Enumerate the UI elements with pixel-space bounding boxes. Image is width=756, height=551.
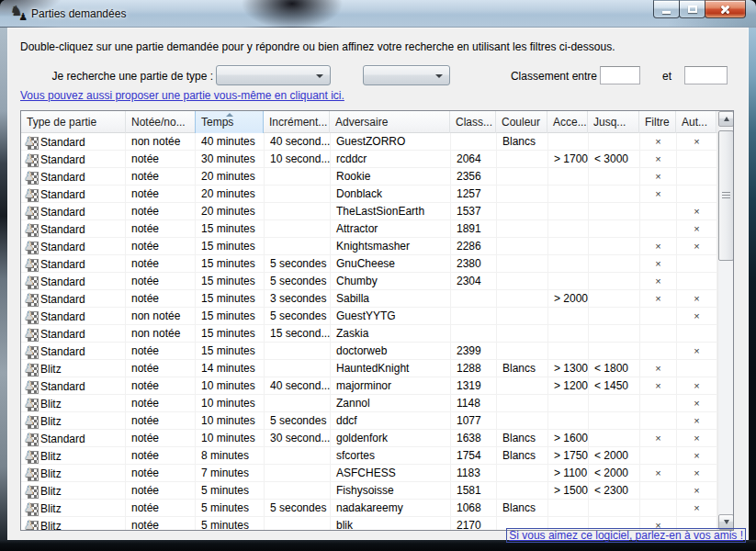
cell-auto: × xyxy=(677,133,717,151)
cell-opponent: Chumby xyxy=(331,273,451,290)
cell-rating: 1077 xyxy=(451,412,497,430)
table-row[interactable]: Standardnotée10 minutes40 second...major… xyxy=(21,377,717,395)
cell-type: Blitz xyxy=(21,465,126,482)
cell-rated: notée xyxy=(126,412,196,430)
game-type-label: Je recherche une partie de type : xyxy=(20,70,213,83)
scrollbar-thumb[interactable] xyxy=(718,130,734,261)
cell-rated: notée xyxy=(126,377,196,395)
rating-min-input[interactable] xyxy=(600,66,640,84)
cell-above: > 1200 xyxy=(548,377,589,395)
table-row[interactable]: Standardnotée30 minutes10 second...rcddc… xyxy=(21,151,717,168)
cell-time: 15 minutes xyxy=(196,308,265,325)
cell-rating: 1257 xyxy=(451,186,497,203)
cell-color xyxy=(497,273,548,290)
column-header-opponent[interactable]: Adversaire xyxy=(330,111,450,133)
cell-rating xyxy=(451,290,497,308)
propose-game-link[interactable]: Vous pouvez aussi proposer une partie vo… xyxy=(20,89,344,102)
cell-type: Blitz xyxy=(21,360,126,377)
cell-increment xyxy=(265,517,331,530)
cell-rated: notée xyxy=(126,517,196,530)
cell-auto: × xyxy=(677,500,717,517)
cell-auto: × xyxy=(677,343,717,360)
table-row[interactable]: Standardnon notée40 minutes40 second...G… xyxy=(21,133,717,151)
maximize-button[interactable] xyxy=(679,0,705,18)
cell-color xyxy=(497,377,548,395)
table-row[interactable]: Blitznotée5 minutes5 secondesnadakareemy… xyxy=(21,500,717,517)
column-header-increment[interactable]: Incrément... xyxy=(264,111,330,133)
cell-rated: non notée xyxy=(126,325,196,343)
close-button[interactable] xyxy=(705,0,746,18)
chess-piece-icon xyxy=(24,275,39,289)
table-row[interactable]: Standardnon notée15 minutes15 second...Z… xyxy=(21,325,717,343)
table-row[interactable]: Standardnotée15 minutesAttractor1891× xyxy=(21,220,717,238)
table-row[interactable]: Standardnotée15 minutesKnightsmasher2286… xyxy=(21,238,717,255)
column-header-rating[interactable]: Class... xyxy=(450,111,496,133)
cell-auto xyxy=(677,168,717,186)
table-row[interactable]: Blitznotée10 minutes5 secondesddcf1077× xyxy=(21,412,717,430)
and-label: et xyxy=(656,70,678,83)
vertical-scrollbar[interactable] xyxy=(717,111,733,530)
tell-your-friends-link[interactable]: Si vous aimez ce logiciel, parlez-en à v… xyxy=(506,528,746,543)
rating-range-label: Classement entre xyxy=(439,70,597,83)
cell-above xyxy=(548,500,589,517)
column-header-rated[interactable]: Notée/no... xyxy=(126,111,196,133)
cell-time: 40 minutes xyxy=(196,133,265,151)
table-header: Type de partieNotée/no...TempsIncrément.… xyxy=(21,111,717,133)
column-header-auto[interactable]: Aut... xyxy=(676,111,717,133)
table-row[interactable]: Standardnotée15 minutes5 secondesChumby2… xyxy=(21,273,717,290)
table-row[interactable]: Blitznotée10 minutesZannol1148× xyxy=(21,395,717,412)
cell-opponent: ddcf xyxy=(331,412,451,430)
table-row[interactable]: Blitznotée14 minutesHauntedKnight1288Bla… xyxy=(21,360,717,377)
game-variant-select[interactable] xyxy=(363,65,450,85)
column-header-above[interactable]: Acce... xyxy=(547,111,588,133)
table-row[interactable]: Standardnon notée15 minutes5 secondesGue… xyxy=(21,308,717,325)
table-row[interactable]: Standardnotée15 minutesdoctorweb2399× xyxy=(21,343,717,360)
cell-time: 15 minutes xyxy=(196,325,265,343)
cell-color: Blancs xyxy=(497,447,548,465)
rating-max-input[interactable] xyxy=(684,66,728,84)
table-row[interactable]: Standardnotée20 minutesRookie2356× xyxy=(21,168,717,186)
cell-filter: × xyxy=(640,290,677,308)
table-row[interactable]: Standardnotée10 minutes30 second...golde… xyxy=(21,430,717,447)
column-header-type[interactable]: Type de partie xyxy=(21,111,126,133)
cell-rating: 2286 xyxy=(451,238,497,255)
cell-type: Standard xyxy=(21,308,126,325)
column-header-below[interactable]: Jusq... xyxy=(588,111,639,133)
minimize-icon xyxy=(662,11,671,14)
column-header-label: Incrément... xyxy=(269,116,327,129)
parties-demandees-window: Parties demandées Double-cliquez sur une… xyxy=(0,0,756,551)
table-row[interactable]: Standardnotée20 minutesTheLastSionEarth1… xyxy=(21,203,717,220)
column-header-time[interactable]: Temps xyxy=(195,111,264,133)
table-row[interactable]: Standardnotée15 minutes5 secondesGnuChee… xyxy=(21,255,717,273)
cell-auto: × xyxy=(677,465,717,482)
cell-above xyxy=(548,343,589,360)
scroll-up-button[interactable] xyxy=(718,111,734,127)
cell-above xyxy=(548,412,589,430)
minimize-button[interactable] xyxy=(653,0,680,18)
table-row[interactable]: Blitznotée8 minutessfcortes1754Blancs> 1… xyxy=(21,447,717,465)
cell-color xyxy=(497,343,548,360)
cell-rating: 2380 xyxy=(451,255,497,273)
table-row[interactable]: Blitznotée7 minutesASFCHESS1183> 1100< 2… xyxy=(21,465,717,482)
cell-rated: notée xyxy=(126,151,196,168)
column-header-color[interactable]: Couleur xyxy=(496,111,547,133)
column-header-filter[interactable]: Filtre xyxy=(639,111,676,133)
column-header-label: Filtre xyxy=(645,116,670,129)
game-type-select[interactable] xyxy=(216,65,331,85)
table-row[interactable]: Standardnotée15 minutes3 secondesSabilla… xyxy=(21,290,717,308)
chess-piece-icon xyxy=(24,344,39,359)
cell-opponent: HauntedKnight xyxy=(331,360,451,377)
cell-type: Standard xyxy=(21,273,126,290)
cell-color xyxy=(497,412,548,430)
cell-color xyxy=(497,308,548,325)
table-row[interactable]: Standardnotée20 minutesDonblack1257× xyxy=(21,186,717,203)
cell-rated: notée xyxy=(126,168,196,186)
cell-auto: × xyxy=(677,430,717,447)
table-row[interactable]: Blitznotée5 minutesFishysoisse1581> 1500… xyxy=(21,482,717,500)
cell-above xyxy=(548,238,589,255)
cell-type: Blitz xyxy=(21,395,126,412)
cell-above: > 1100 xyxy=(548,465,589,482)
cell-color xyxy=(497,290,548,308)
cell-type: Standard xyxy=(21,203,126,220)
cell-rated: notée xyxy=(126,500,196,517)
